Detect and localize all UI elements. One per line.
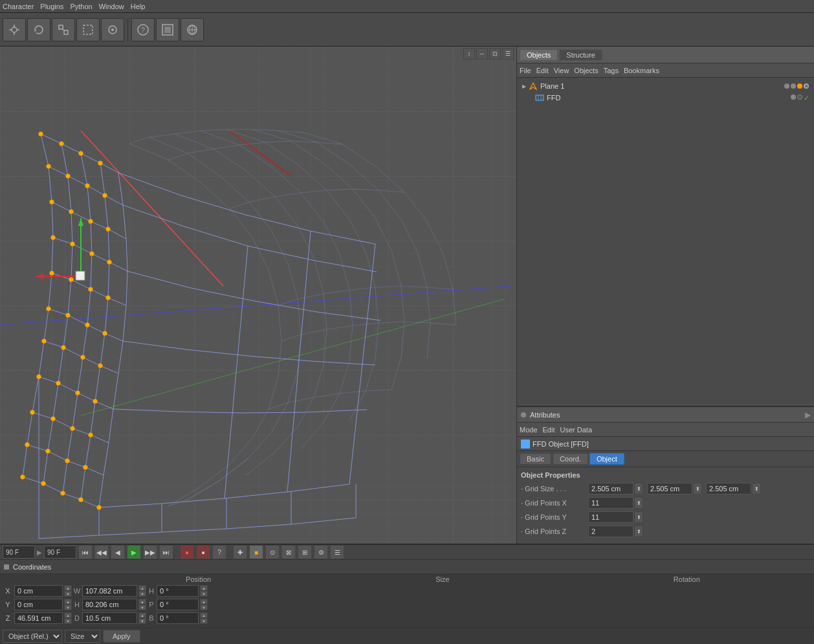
end-frame-input[interactable] (44, 546, 76, 559)
coord-z-pos-up[interactable]: ▲ (64, 612, 72, 618)
coord-z-pos-down[interactable]: ▼ (64, 618, 72, 624)
coord-x-pos-input[interactable] (14, 585, 63, 597)
coord-z-pos-input[interactable] (14, 612, 63, 624)
grid-points-x-input[interactable] (588, 497, 633, 509)
attr-edit-menu[interactable]: Edit (543, 426, 555, 434)
grid-size-z-input[interactable] (706, 483, 751, 494)
grid-size-y-spin[interactable]: ⬆ (693, 483, 702, 494)
coord-x-rot-down[interactable]: ▼ (200, 591, 208, 597)
objects-objects-menu[interactable]: Objects (574, 67, 598, 74)
coord-z-rot-up[interactable]: ▲ (200, 612, 208, 618)
coord-row-z: Z ▲ ▼ D ▲ ▼ B ▲ ▼ (3, 612, 811, 624)
grid-points-z-input[interactable] (588, 526, 633, 537)
objects-edit-menu[interactable]: Edit (536, 67, 549, 74)
menu-plugins[interactable]: Plugins (40, 3, 63, 10)
coord-z-rot-down[interactable]: ▼ (200, 618, 208, 624)
rotate-tool-button[interactable] (27, 18, 50, 41)
prev-btn[interactable]: ◀ (111, 545, 125, 559)
coord-y-pos-up[interactable]: ▲ (64, 599, 72, 605)
help-btn[interactable]: ? (212, 545, 226, 559)
timeline-settings-btn[interactable]: ☰ (330, 545, 344, 559)
play-btn[interactable]: ▶ (127, 545, 141, 559)
coord-y-rot-down[interactable]: ▼ (200, 605, 208, 610)
objects-tags-menu[interactable]: Tags (604, 67, 619, 74)
tab-objects[interactable]: Objects (520, 49, 558, 61)
svg-point-57 (65, 459, 70, 463)
coord-y-rot-input[interactable] (157, 599, 199, 610)
attribute-tabs: Basic Coord. Object (517, 451, 814, 467)
attr-mode-menu[interactable]: Mode (520, 426, 538, 434)
apply-button[interactable]: Apply (103, 630, 140, 643)
attr-tab-object[interactable]: Object (589, 453, 624, 465)
next-frame-btn[interactable]: ⏭ (159, 545, 173, 559)
keyframe-type-btn[interactable]: ■ (249, 545, 263, 559)
viewport[interactable]: ↕ ↔ ⊡ ☰ (0, 47, 516, 544)
grid-size-z-spin[interactable]: ⬆ (752, 483, 761, 494)
grid-points-y-input[interactable] (588, 511, 633, 523)
key-sel-btn[interactable]: ⊙ (265, 545, 280, 559)
coord-x-size-up[interactable]: ▲ (138, 585, 146, 591)
coord-size-dropdown[interactable]: Size (65, 630, 100, 643)
attr-user-data-menu[interactable]: User Data (560, 426, 593, 434)
key-settings-btn[interactable]: ⚙ (314, 545, 328, 559)
move-tool-button[interactable] (3, 18, 26, 41)
objects-file-menu[interactable]: File (520, 67, 531, 74)
coord-x-rot-input[interactable] (157, 585, 199, 597)
attr-tab-coord[interactable]: Coord. (553, 453, 588, 465)
menu-window[interactable]: Window (99, 3, 124, 10)
menu-python[interactable]: Python (70, 3, 92, 10)
coord-z-size-input[interactable] (82, 612, 137, 624)
coord-x-size-input[interactable] (82, 585, 137, 597)
keyframe-btn[interactable]: ✚ (233, 545, 247, 559)
coord-axis-z: Z (3, 614, 13, 622)
current-frame-input[interactable] (3, 546, 35, 559)
key-range-btn[interactable]: ⊠ (281, 545, 296, 559)
grid-points-x-spin[interactable]: ⬆ (634, 497, 643, 509)
select-tool-button[interactable] (76, 18, 100, 41)
coord-mode-dropdown[interactable]: Object (Rel.) (3, 630, 62, 643)
anim-btn[interactable]: ● (196, 545, 210, 559)
coord-z-size-down[interactable]: ▼ (138, 618, 146, 624)
record-btn[interactable]: ● (180, 545, 194, 559)
svg-point-22 (98, 161, 103, 166)
coord-x-pos-up[interactable]: ▲ (64, 585, 72, 591)
coord-y-pos-down[interactable]: ▼ (64, 605, 72, 610)
coord-y-rot-up[interactable]: ▲ (200, 599, 208, 605)
next-btn[interactable]: ▶▶ (143, 545, 157, 559)
attributes-arrow[interactable]: ▶ (805, 410, 811, 419)
global-button[interactable] (181, 18, 204, 41)
grid-size-x-input[interactable] (588, 483, 633, 494)
tab-structure[interactable]: Structure (559, 49, 602, 61)
scale-tool-button[interactable] (52, 18, 75, 41)
grid-size-x-spin[interactable]: ⬆ (634, 483, 643, 494)
viewport-rotate-icon[interactable]: ↔ (476, 48, 488, 60)
coord-y-pos-input[interactable] (14, 599, 63, 610)
viewport-menu-icon[interactable]: ☰ (502, 48, 514, 60)
viewport-zoom-icon[interactable]: ⊡ (489, 48, 501, 60)
grid-size-y-input[interactable] (647, 483, 692, 494)
grid-points-z-spin[interactable]: ⬆ (634, 526, 643, 537)
coord-x-pos-down[interactable]: ▼ (64, 591, 72, 597)
viewport-move-icon[interactable]: ↕ (463, 48, 475, 60)
prev-frame-btn[interactable]: ⏮ (78, 545, 93, 559)
coord-y-size-down[interactable]: ▼ (138, 605, 146, 610)
menu-character[interactable]: Character (3, 3, 34, 10)
coord-y-size-up[interactable]: ▲ (138, 599, 146, 605)
coord-y-size-input[interactable] (82, 599, 137, 610)
objects-bookmarks-menu[interactable]: Bookmarks (624, 67, 659, 74)
tree-item-plane[interactable]: ▶ Plane 1 ✕ (520, 80, 811, 92)
live-select-button[interactable] (101, 18, 124, 41)
render-button[interactable] (156, 18, 179, 41)
menu-help[interactable]: Help (131, 3, 146, 10)
coord-x-rot-up[interactable]: ▲ (200, 585, 208, 591)
coord-z-size-up[interactable]: ▲ (138, 612, 146, 618)
key-auto-btn[interactable]: ⊞ (298, 545, 312, 559)
help-button[interactable]: ? (131, 18, 155, 41)
tree-item-ffd[interactable]: FFD ✓ (520, 92, 811, 104)
grid-points-y-spin[interactable]: ⬆ (634, 511, 643, 523)
coord-x-size-down[interactable]: ▼ (138, 591, 146, 597)
rewind-btn[interactable]: ◀◀ (94, 545, 109, 559)
attr-tab-basic[interactable]: Basic (520, 453, 551, 465)
objects-view-menu[interactable]: View (554, 67, 569, 74)
coord-z-rot-input[interactable] (157, 612, 199, 624)
